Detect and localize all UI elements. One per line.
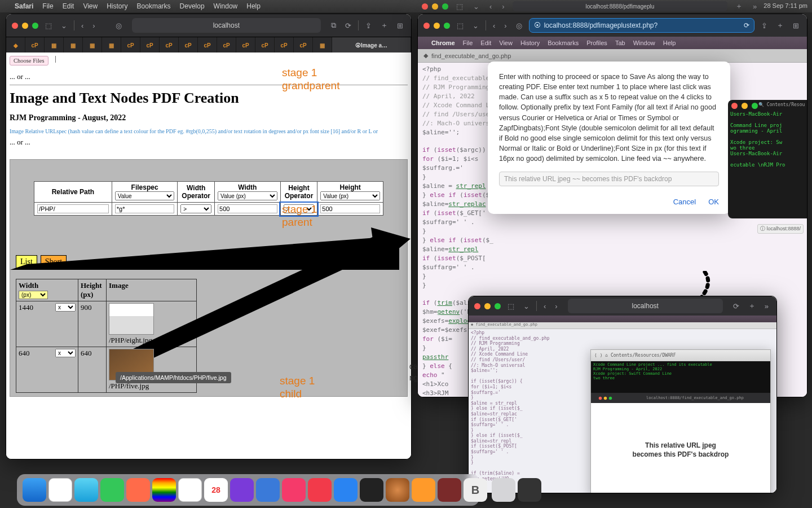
- address-bar-right[interactable]: ⦿ localhost:8888/pdfimageplustext.php? ⟳: [529, 18, 754, 33]
- dock-app-icon[interactable]: [386, 478, 409, 502]
- new-tab-icon[interactable]: ＋: [774, 20, 786, 30]
- tab-item[interactable]: cP: [25, 37, 45, 52]
- maximize-icon[interactable]: [495, 303, 501, 309]
- dock-terminal-icon[interactable]: [518, 478, 541, 502]
- back-button[interactable]: ‹: [491, 21, 497, 30]
- chrome-tab[interactable]: ◆ find_executable_and_go.php: [418, 49, 807, 63]
- reader-icon[interactable]: ⧉: [329, 21, 338, 30]
- dock-messages-icon[interactable]: [100, 478, 124, 502]
- back-button[interactable]: ‹: [541, 302, 548, 310]
- filespec-input[interactable]: [115, 204, 175, 213]
- new-tab-icon[interactable]: ＋: [378, 20, 390, 30]
- add-tab-icon[interactable]: ＋: [733, 1, 745, 11]
- tab-item[interactable]: cP: [275, 37, 294, 52]
- tab-item[interactable]: ▦: [102, 37, 121, 52]
- new-tab-icon[interactable]: ＋: [746, 301, 758, 311]
- sidebar-icon[interactable]: ⬚: [454, 2, 465, 11]
- tab-item[interactable]: ▦: [83, 37, 102, 52]
- chrome-app[interactable]: Chrome: [431, 40, 455, 46]
- menu-file[interactable]: File: [463, 40, 473, 46]
- width-px-select[interactable]: (px): [19, 291, 48, 299]
- tabs-icon[interactable]: ⊞: [395, 21, 405, 30]
- menubar-app[interactable]: Safari: [15, 2, 33, 10]
- chevron-down-icon[interactable]: ⌄: [471, 2, 482, 11]
- hint-placeholder[interactable]: Image Relative URLspec (hash value can d…: [10, 128, 408, 134]
- dock-firefox-icon[interactable]: [412, 478, 435, 502]
- menu-bookmarks[interactable]: Bookmarks: [137, 2, 171, 10]
- height-unit-select[interactable]: Value (px): [320, 191, 380, 200]
- tab-item[interactable]: ▦: [313, 37, 332, 52]
- reload-icon[interactable]: ⟳: [343, 21, 354, 30]
- list-button[interactable]: List: [16, 255, 37, 269]
- sidebar-toggle-icon[interactable]: ⬚: [454, 21, 466, 30]
- forward-button[interactable]: ›: [90, 21, 97, 30]
- menu-profiles[interactable]: Profiles: [586, 40, 607, 46]
- menu-file[interactable]: File: [42, 2, 53, 10]
- reload-icon[interactable]: ⟳: [731, 302, 742, 310]
- maximize-icon[interactable]: [444, 23, 450, 29]
- menu-history[interactable]: History: [520, 40, 540, 46]
- dock-safari-icon[interactable]: [74, 478, 98, 502]
- height-input[interactable]: [320, 204, 380, 213]
- sidebar-toggle-icon[interactable]: ⬚: [505, 302, 517, 310]
- maximize-icon[interactable]: [32, 23, 38, 29]
- tab-item[interactable]: cP: [121, 37, 140, 52]
- overflow-icon[interactable]: »: [762, 302, 771, 310]
- back-button[interactable]: ‹: [79, 21, 86, 30]
- address-bar[interactable]: localhost: [132, 18, 321, 33]
- op-select[interactable]: x: [55, 349, 76, 357]
- width-input[interactable]: [218, 204, 277, 213]
- short-button[interactable]: Short: [41, 255, 67, 269]
- choose-files-button[interactable]: Choose Files: [10, 56, 48, 65]
- tab-item[interactable]: ▦: [64, 37, 83, 52]
- close-icon[interactable]: [474, 303, 480, 309]
- forward-button[interactable]: ›: [502, 21, 509, 30]
- dock-app-icon[interactable]: [48, 478, 72, 502]
- close-icon[interactable]: [423, 23, 430, 29]
- menu-view[interactable]: View: [83, 2, 98, 10]
- window-controls[interactable]: [423, 23, 450, 29]
- dock-news-icon[interactable]: [308, 478, 332, 502]
- dock-folder-icon[interactable]: [492, 478, 515, 502]
- address-bar-stage3[interactable]: localhost: [568, 299, 723, 313]
- tabs-icon[interactable]: ⊞: [791, 21, 801, 30]
- tab-item[interactable]: ◆: [6, 37, 25, 52]
- op-select[interactable]: x: [55, 303, 76, 312]
- minimize-icon[interactable]: [434, 23, 440, 29]
- chevron-down-icon[interactable]: ⌄: [470, 21, 481, 30]
- dock-calendar-icon[interactable]: 28: [204, 478, 228, 502]
- chevron-down-icon[interactable]: ⌄: [59, 21, 69, 30]
- menu-edit[interactable]: Edit: [480, 40, 491, 46]
- filespec-select[interactable]: Value: [115, 191, 175, 200]
- image-thumbnail[interactable]: [109, 303, 154, 335]
- tab-item[interactable]: cP: [217, 37, 236, 52]
- reload-icon[interactable]: ⟳: [744, 21, 749, 29]
- menu-window[interactable]: Window: [214, 2, 238, 10]
- menu-view[interactable]: View: [499, 40, 513, 46]
- minimize-icon[interactable]: [22, 23, 28, 29]
- menu-develop[interactable]: Develop: [180, 2, 205, 10]
- width-op-select[interactable]: >: [180, 204, 211, 213]
- tab-item[interactable]: cP: [140, 37, 160, 52]
- address-mini[interactable]: localhost:8888/pdfimageplu: [513, 1, 727, 11]
- forward-button[interactable]: ›: [553, 302, 559, 310]
- dock-appstore-icon[interactable]: [334, 478, 358, 502]
- dialog-cancel-button[interactable]: Cancel: [673, 198, 696, 206]
- tab-item[interactable]: cP: [294, 37, 313, 52]
- share-icon[interactable]: ⇪: [759, 21, 770, 30]
- menu-tab[interactable]: Tab: [615, 40, 625, 46]
- dock-app-icon[interactable]: B: [464, 478, 487, 502]
- tab-item[interactable]: cP: [255, 37, 275, 52]
- dock-tv-icon[interactable]: [360, 478, 383, 502]
- back-icon[interactable]: ‹: [487, 2, 494, 11]
- tab-item[interactable]: cP: [236, 37, 255, 52]
- dock-swift-icon[interactable]: [126, 478, 150, 502]
- dialog-ok-button[interactable]: OK: [708, 198, 719, 206]
- dialog-input[interactable]: [499, 172, 719, 186]
- relative-path-input[interactable]: [37, 204, 109, 213]
- menu-history[interactable]: History: [107, 2, 127, 10]
- dock-app-icon[interactable]: [230, 478, 254, 502]
- tab-item[interactable]: ▦: [45, 37, 64, 52]
- menu-help[interactable]: Help: [663, 40, 676, 46]
- chevron-down-icon[interactable]: ⌄: [521, 302, 532, 310]
